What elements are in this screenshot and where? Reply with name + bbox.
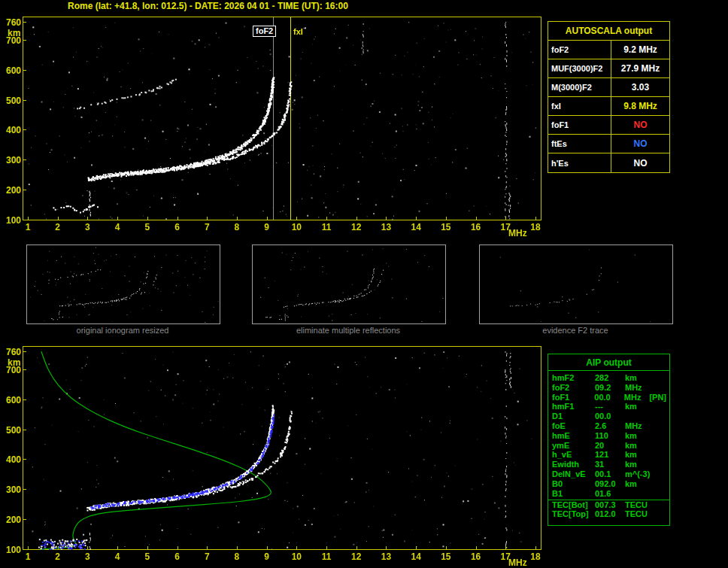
y-tick-label: 600 <box>3 395 21 405</box>
parameter-value: NO <box>611 116 669 134</box>
parameter-note <box>651 412 669 421</box>
parameter-unit: m^(-3) <box>625 469 651 479</box>
thumbnail-evidence-f2-trace <box>479 245 673 324</box>
parameter-unit <box>625 489 651 499</box>
x-tick-label: 1 <box>20 222 35 232</box>
aip-output-table: AIP output hmF2282kmfoF209.2MHzfoF100.0M… <box>548 354 670 526</box>
autoscala-table-row: h'EsNO <box>548 153 669 172</box>
parameter-note <box>651 383 669 393</box>
aip-table-row: D100.0 <box>548 412 669 421</box>
aip-table-row: hmE110km <box>548 431 669 441</box>
parameter-name: M(3000)F2 <box>548 78 611 96</box>
parameter-value: NO <box>611 153 669 172</box>
y-tick-label: 200 <box>3 515 21 525</box>
aip-table-row: DelN_vE00.1m^(-3) <box>548 469 669 479</box>
x-tick-label: 7 <box>199 551 214 562</box>
x-tick-label: 14 <box>408 222 423 232</box>
parameter-value: 9.8 MHz <box>611 97 669 115</box>
thumbnail-caption: original ionogram resized <box>77 326 169 335</box>
autoscala-table-row: ftEsNO <box>548 135 669 153</box>
autoscala-table-row: foF1NO <box>548 116 669 135</box>
aip-table-row: ymE20km <box>548 441 669 451</box>
x-tick-label: 1 <box>20 551 35 562</box>
aip-table-row: h_vE121km <box>548 450 669 460</box>
parameter-unit: TECU <box>625 509 651 519</box>
autoscala-table-rows: foF29.2 MHzMUF(3000)F227.9 MHzM(3000)F23… <box>548 41 669 172</box>
parameter-unit: MHz <box>625 383 651 393</box>
parameter-note <box>651 450 669 460</box>
x-tick-label: 3 <box>80 222 95 232</box>
parameter-note <box>651 479 669 489</box>
x-tick-label: 15 <box>438 222 453 232</box>
parameter-name: h'Es <box>548 153 611 172</box>
parameter-name: B1 <box>548 489 595 499</box>
aip-table-title: AIP output <box>548 354 669 371</box>
parameter-note <box>651 469 669 479</box>
parameter-value: 110 <box>595 431 625 441</box>
aip-table-row: foF100.0MHz[PN] <box>548 393 669 402</box>
parameter-name: h_vE <box>548 450 595 460</box>
aip-table-row: B0092.0km <box>548 479 669 489</box>
thumbnail-eliminate-reflections <box>252 245 446 324</box>
parameter-name: TEC[Bot] <box>548 500 595 509</box>
parameter-value: 121 <box>595 450 625 460</box>
parameter-note <box>651 441 669 451</box>
aip-table-row: foF209.2MHz <box>548 383 669 393</box>
parameter-value: 00.0 <box>595 412 625 421</box>
x-tick-label: 7 <box>199 222 214 232</box>
aip-table-row: Ewidth31km <box>548 460 669 469</box>
parameter-value: 31 <box>595 460 625 469</box>
autoscala-table-row: M(3000)F23.03 <box>548 78 669 97</box>
parameter-value: 09.2 <box>595 383 625 393</box>
aip-table-row: hmF2282km <box>548 373 669 383</box>
parameter-value: 282 <box>595 373 625 383</box>
x-tick-label: 15 <box>438 551 453 562</box>
parameter-unit: km <box>625 441 651 451</box>
bottom-ionogram-canvas <box>23 346 541 550</box>
parameter-value: 012.0 <box>595 509 625 519</box>
parameter-unit: km <box>625 373 651 383</box>
top-ionogram-canvas <box>23 17 541 220</box>
parameter-unit: MHz <box>624 393 650 402</box>
parameter-name: Ewidth <box>548 460 595 469</box>
x-axis-unit-label: MHz <box>508 228 527 238</box>
y-tick-label: 760 <box>3 347 21 357</box>
x-tick-label: 3 <box>80 551 95 562</box>
thumbnail-caption: eliminate multiple reflections <box>296 326 400 335</box>
parameter-value: 007.3 <box>595 500 625 509</box>
parameter-value: 00.0 <box>594 393 624 402</box>
aip-table-row: TEC[Bot]007.3TECU <box>548 500 669 509</box>
parameter-name: hmF2 <box>548 373 595 383</box>
x-tick-label: 12 <box>349 551 364 562</box>
autoscala-output-table: AUTOSCALA output foF29.2 MHzMUF(3000)F22… <box>548 21 670 173</box>
x-tick-label: 4 <box>110 551 125 562</box>
parameter-unit: MHz <box>625 421 651 431</box>
parameter-unit: km <box>625 431 651 441</box>
x-tick-label: 11 <box>319 551 334 562</box>
x-tick-label: 16 <box>469 551 484 562</box>
parameter-note <box>651 460 669 469</box>
x-tick-label: 12 <box>349 222 364 232</box>
x-tick-label: 5 <box>140 551 155 562</box>
parameter-value: 00.1 <box>595 469 625 479</box>
parameter-value: 20 <box>595 441 625 451</box>
x-tick-label: 13 <box>378 551 393 562</box>
x-tick-label: 11 <box>319 222 334 232</box>
parameter-value: 2.6 <box>595 421 625 431</box>
parameter-unit: TECU <box>625 500 651 509</box>
x-tick-label: 10 <box>289 222 304 232</box>
x-tick-label: 14 <box>408 551 423 562</box>
parameter-value: 3.03 <box>611 78 669 96</box>
x-tick-label: 8 <box>229 222 244 232</box>
station-title: Rome (lat: +41.8, lon: 012.5) - DATE: 20… <box>68 1 348 11</box>
y-axis-unit-label: km <box>8 28 20 38</box>
parameter-name: foF2 <box>548 41 611 59</box>
parameter-note <box>651 509 669 519</box>
y-tick-label: 500 <box>3 96 21 106</box>
y-tick-label: 100 <box>3 545 21 555</box>
parameter-note <box>651 489 669 499</box>
y-tick-label: 200 <box>3 185 21 196</box>
parameter-note <box>651 402 669 412</box>
aip-table-row: hmF1---km <box>548 402 669 412</box>
autoscala-table-title: AUTOSCALA output <box>548 22 669 41</box>
